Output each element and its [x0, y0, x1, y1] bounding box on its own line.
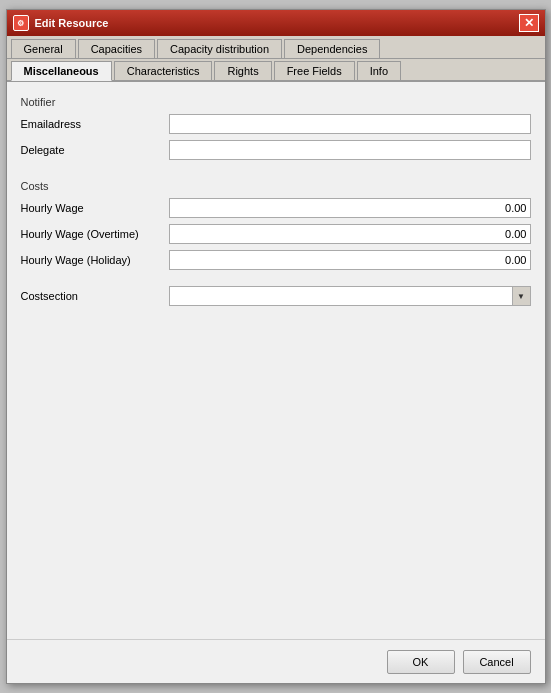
close-button[interactable]: ✕ [519, 14, 539, 32]
tab-capacity-distribution[interactable]: Capacity distribution [157, 39, 282, 58]
costsection-dropdown[interactable] [169, 286, 531, 306]
ok-button[interactable]: OK [387, 650, 455, 674]
tab-row-2: Miscellaneous Characteristics Rights Fre… [7, 59, 545, 82]
tab-info[interactable]: Info [357, 61, 401, 80]
window-icon: ⚙ [13, 15, 29, 31]
tab-content: Notifier Emailadress Delegate Costs Hour… [7, 82, 545, 639]
costsection-label: Costsection [21, 290, 169, 302]
tab-general[interactable]: General [11, 39, 76, 58]
emailaddress-input[interactable] [169, 114, 531, 134]
costsection-input[interactable] [170, 287, 512, 305]
window-title: Edit Resource [35, 17, 519, 29]
tab-characteristics[interactable]: Characteristics [114, 61, 213, 80]
cancel-button[interactable]: Cancel [463, 650, 531, 674]
dialog-footer: OK Cancel [7, 639, 545, 683]
tab-rights[interactable]: Rights [214, 61, 271, 80]
hourly-wage-row: Hourly Wage [21, 198, 531, 218]
title-bar: ⚙ Edit Resource ✕ [7, 10, 545, 36]
emailaddress-label: Emailadress [21, 118, 169, 130]
hourly-wage-holiday-label: Hourly Wage (Holiday) [21, 254, 169, 266]
delegate-input[interactable] [169, 140, 531, 160]
costsection-dropdown-button[interactable] [512, 287, 530, 305]
tab-dependencies[interactable]: Dependencies [284, 39, 380, 58]
hourly-wage-overtime-input[interactable] [169, 224, 531, 244]
hourly-wage-label: Hourly Wage [21, 202, 169, 214]
tab-miscellaneous[interactable]: Miscellaneous [11, 61, 112, 81]
costsection-row: Costsection [21, 286, 531, 306]
tab-row-1: General Capacities Capacity distribution… [7, 36, 545, 59]
delegate-row: Delegate [21, 140, 531, 160]
hourly-wage-overtime-label: Hourly Wage (Overtime) [21, 228, 169, 240]
hourly-wage-input[interactable] [169, 198, 531, 218]
edit-resource-window: ⚙ Edit Resource ✕ General Capacities Cap… [6, 9, 546, 684]
hourly-wage-holiday-input[interactable] [169, 250, 531, 270]
hourly-wage-holiday-row: Hourly Wage (Holiday) [21, 250, 531, 270]
tab-free-fields[interactable]: Free Fields [274, 61, 355, 80]
emailaddress-row: Emailadress [21, 114, 531, 134]
delegate-label: Delegate [21, 144, 169, 156]
notifier-section-label: Notifier [21, 96, 531, 108]
tab-capacities[interactable]: Capacities [78, 39, 155, 58]
costs-section-label: Costs [21, 180, 531, 192]
hourly-wage-overtime-row: Hourly Wage (Overtime) [21, 224, 531, 244]
